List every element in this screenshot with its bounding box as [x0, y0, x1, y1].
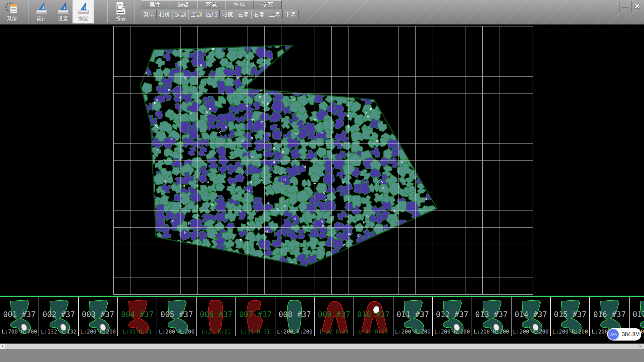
piece-counts: L:700 R:700 — [0, 328, 39, 335]
tab-design[interactable]: 设计 — [31, 0, 52, 23]
piece-id: 005_#37 — [157, 310, 196, 319]
menu-snap-bottom-button[interactable]: 下靠 — [283, 10, 299, 19]
piece-counts: L:31 R:31 — [236, 328, 275, 335]
piece-id: 013_#37 — [472, 310, 511, 319]
piece-id: 004_#37 — [118, 310, 157, 319]
piece-id: 012_#37 — [433, 310, 471, 319]
piece-counts: L:200 R:200 — [79, 328, 117, 335]
piece-thumbnail[interactable]: 001_#37L:700 R:700 — [0, 297, 39, 336]
piece-thumbnail[interactable]: 011_#37L:200 R:200 — [393, 297, 433, 336]
menu-snap-left-button[interactable]: 左靠 — [235, 10, 251, 19]
menu-row-tools: 聚排相机选割全割区域瑕疵左靠右靠上靠下靠 — [141, 10, 299, 19]
memory-value: 384.8M — [622, 328, 640, 341]
menu-region-button[interactable]: 区域 — [197, 0, 225, 9]
status-pill: 38% 384.8M — [607, 328, 641, 341]
piece-id: 010_#37 — [354, 310, 393, 319]
piece-thumbnail[interactable]: 009_#37L:32 R:31 — [315, 297, 354, 336]
piece-counts: L:200 R:200 — [275, 328, 314, 335]
piece-id: 002_#37 — [39, 310, 78, 319]
report-icon — [113, 1, 128, 16]
piece-thumbnail[interactable]: 015_#37L:200 R:200 — [551, 297, 590, 336]
menu-camera-button[interactable]: 相机 — [157, 10, 172, 19]
toolbar-divider — [107, 1, 108, 23]
close-button[interactable]: ✕ — [631, 1, 643, 12]
nesting-canvas[interactable] — [0, 24, 644, 296]
piece-thumbnail[interactable]: 003_#37L:200 R:200 — [79, 297, 118, 336]
tab-layout[interactable]: 排版 — [72, 0, 94, 23]
piece-id: 011_#37 — [393, 310, 432, 319]
piece-counts: L:200 R:200 — [157, 328, 196, 335]
horizontal-scrollbar[interactable]: ‹ › — [0, 344, 644, 349]
menu-attribute-button[interactable]: 属性 — [141, 0, 169, 9]
menu-zone-button[interactable]: 区域 — [204, 10, 220, 19]
piece-counts: L:200 R:200 — [393, 328, 432, 335]
bottom-statusbar — [0, 349, 644, 362]
piece-id: 014_#37 — [512, 310, 550, 319]
piece-counts: L:200 R:200 — [551, 328, 589, 335]
piece-counts: L:21 R:21 — [197, 328, 235, 335]
piece-counts: L:200 R:200 — [512, 328, 550, 335]
tab-system[interactable]: 系统 — [1, 0, 23, 23]
piece-thumbnail[interactable]: 014_#37L:200 R:200 — [512, 297, 551, 336]
toolbar-divider — [28, 1, 29, 23]
menu-snap-right-button[interactable]: 右靠 — [251, 10, 267, 19]
menu-defect-button[interactable]: 瑕疵 — [220, 10, 235, 19]
piece-counts: L:200 R:200 — [472, 328, 511, 335]
tab-settings[interactable]: 设置 — [52, 0, 74, 23]
menu-cluster-nest-button[interactable]: 聚排 — [141, 10, 157, 19]
piece-id: 001_#37 — [0, 310, 39, 319]
piece-strip: 001_#37L:700 R:700002_#37L:132 R:132003_… — [0, 296, 644, 336]
piece-id: 015_#37 — [551, 310, 589, 319]
piece-counts: L:31 R:31 — [118, 328, 157, 335]
menu-snap-top-button[interactable]: 上靠 — [267, 10, 283, 19]
piece-counts: L:132 R:132 — [39, 328, 78, 335]
system-icon — [5, 1, 19, 16]
piece-thumbnail[interactable]: 012_#37L:200 R:200 — [433, 297, 472, 336]
tab-label: 报表 — [110, 16, 131, 22]
minimize-button[interactable]: — — [619, 1, 631, 12]
menu-row-top: 属性编辑区域排料交互 — [141, 0, 282, 9]
strip-bottom-gap — [0, 336, 644, 344]
piece-counts: L:32 R:31 — [315, 328, 353, 335]
piece-cells: 001_#37L:700 R:700002_#37L:132 R:132003_… — [0, 297, 644, 336]
piece-id: 008_#37 — [275, 310, 314, 319]
menu-select-cut-button[interactable]: 选割 — [172, 10, 188, 19]
design-icon — [34, 1, 49, 16]
layout-icon — [76, 1, 91, 16]
scroll-right-arrow[interactable]: › — [637, 344, 643, 349]
piece-id: 007_#37 — [236, 310, 275, 319]
tab-report[interactable]: 报表 — [110, 0, 131, 23]
piece-thumbnail[interactable]: 005_#37L:200 R:200 — [157, 297, 197, 336]
tab-label: 设置 — [52, 16, 74, 22]
menu-nesting-button[interactable]: 排料 — [225, 0, 254, 9]
piece-thumbnail[interactable]: 002_#37L:132 R:132 — [39, 297, 78, 336]
toolbar-texture — [275, 0, 644, 24]
menu-edit-button[interactable]: 编辑 — [169, 0, 197, 9]
tab-label: 设计 — [31, 16, 52, 22]
toolbar: 系统设计设置排版报表 属性编辑区域排料交互 聚排相机选割全割区域瑕疵左靠右靠上靠… — [0, 0, 644, 25]
piece-thumbnail[interactable]: 013_#37L:200 R:200 — [472, 297, 512, 336]
piece-id: 009_#37 — [315, 310, 353, 319]
piece-thumbnail[interactable]: 010_#37L:33 R:33 — [354, 297, 393, 336]
piece-thumbnail[interactable]: 006_#37L:21 R:21 — [197, 297, 236, 336]
menu-interactive-button[interactable]: 交互 — [254, 0, 282, 9]
tab-label: 排版 — [72, 16, 94, 22]
tab-label: 系统 — [1, 16, 23, 22]
piece-counts: L:33 R:33 — [354, 328, 393, 335]
piece-id: 003_#37 — [79, 310, 117, 319]
menu-cut-all-button[interactable]: 全割 — [188, 10, 204, 19]
piece-id: 017_#37 — [630, 310, 644, 319]
efficiency-badge: 38% — [608, 329, 619, 340]
piece-id: 016_#37 — [590, 310, 629, 319]
toolbar-divider — [134, 1, 135, 23]
piece-id: 006_#37 — [197, 310, 235, 319]
piece-thumbnail[interactable]: 004_#37L:31 R:31 — [118, 297, 157, 336]
piece-thumbnail[interactable]: 007_#37L:31 R:31 — [236, 297, 275, 336]
piece-thumbnail[interactable]: 008_#37L:200 R:200 — [275, 297, 315, 336]
piece-counts: L:200 R:200 — [433, 328, 471, 335]
scroll-left-arrow[interactable]: ‹ — [0, 344, 5, 349]
settings-icon — [56, 1, 70, 16]
nesting-svg — [0, 24, 644, 296]
